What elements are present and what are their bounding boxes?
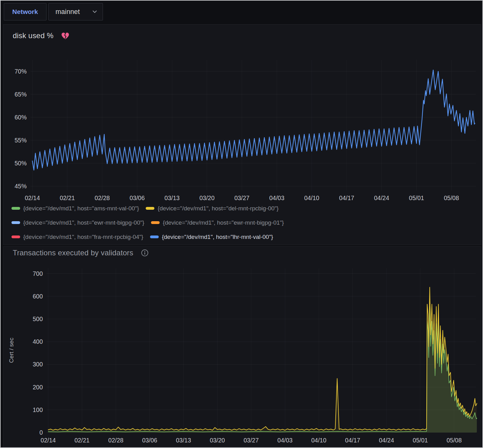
transactions-chart[interactable]: 02/1402/2102/2803/0603/1303/2003/2704/03… (3, 247, 481, 448)
panel-title-disk-used[interactable]: disk used % (13, 31, 54, 40)
broken-heart-icon (61, 32, 69, 40)
svg-text:05/01: 05/01 (409, 195, 424, 201)
svg-text:55%: 55% (15, 137, 27, 144)
grafana-dashboard: { "header": { "network_label": "Network"… (0, 0, 483, 448)
svg-text:65%: 65% (15, 91, 27, 98)
svg-text:400: 400 (33, 338, 43, 345)
svg-text:70%: 70% (15, 68, 27, 75)
svg-text:04/24: 04/24 (379, 437, 394, 444)
svg-text:0: 0 (39, 429, 43, 436)
svg-text:05/08: 05/08 (446, 437, 462, 444)
svg-text:03/13: 03/13 (165, 195, 180, 201)
svg-text:700: 700 (33, 270, 43, 277)
svg-text:04/03: 04/03 (277, 437, 293, 444)
legend-item[interactable]: {device="/dev/md1", host="ewr-mnt-bigpg-… (11, 218, 144, 227)
svg-text:600: 600 (33, 293, 43, 300)
legend-series-swatch (11, 207, 20, 210)
svg-text:04/10: 04/10 (311, 437, 326, 444)
svg-text:02/28: 02/28 (95, 195, 110, 201)
svg-text:02/21: 02/21 (74, 437, 90, 444)
svg-text:04/10: 04/10 (304, 195, 319, 201)
svg-text:04/03: 04/03 (269, 195, 285, 201)
svg-text:02/28: 02/28 (108, 437, 123, 444)
svg-text:05/01: 05/01 (413, 437, 428, 444)
legend-series-swatch (151, 221, 160, 224)
legend-item[interactable]: {device="/dev/md1", host="lhr-mnt-val-00… (150, 232, 273, 241)
svg-text:300: 300 (33, 361, 43, 368)
legend-series-swatch (150, 235, 159, 238)
legend-series-swatch (11, 235, 20, 238)
legend-series-label: {device="/dev/md1", host="lhr-mnt-val-00… (162, 234, 273, 240)
legend-series-label: {device="/dev/md1", host="ewr-mnt-bigpg-… (23, 219, 144, 226)
svg-text:03/06: 03/06 (142, 437, 157, 444)
legend-series-label: {device="/dev/md1", host="ams-mnt-val-00… (23, 205, 139, 212)
legend-series-label: {device="/dev/md1", host="fra-mnt-rpcbig… (23, 234, 143, 240)
svg-text:03/20: 03/20 (199, 195, 215, 201)
svg-text:04/17: 04/17 (345, 437, 360, 444)
network-variable-dropdown[interactable]: mainnet (48, 3, 103, 20)
legend-series-swatch (11, 221, 20, 224)
dashboard-header: Network mainnet (1, 1, 482, 24)
network-label: Network (12, 8, 38, 16)
svg-text:03/13: 03/13 (176, 437, 191, 444)
svg-text:02/14: 02/14 (41, 437, 56, 444)
svg-text:03/27: 03/27 (244, 437, 259, 444)
svg-text:04/24: 04/24 (374, 195, 389, 201)
disk-used-legend: {device="/dev/md1", host="ams-mnt-val-00… (11, 204, 414, 247)
svg-text:03/06: 03/06 (130, 195, 145, 201)
legend-item[interactable]: {device="/dev/md1", host="ams-mnt-val-00… (11, 204, 139, 213)
svg-text:200: 200 (33, 384, 43, 391)
svg-text:45%: 45% (15, 183, 27, 190)
svg-text:05/08: 05/08 (444, 195, 459, 201)
svg-text:500: 500 (33, 316, 43, 322)
legend-item[interactable]: {device="/dev/md1", host="fra-mnt-rpcbig… (11, 232, 143, 241)
network-value: mainnet (55, 8, 80, 16)
disk-used-chart[interactable]: 02/1402/2102/2803/0603/1303/2003/2704/03… (3, 25, 481, 203)
network-variable-label: Network (4, 3, 47, 20)
legend-series-label: {device="/dev/md1", host="ewr-mnt-bigpg-… (163, 219, 284, 226)
svg-text:03/20: 03/20 (210, 437, 225, 444)
info-circle-icon[interactable] (141, 249, 149, 257)
panel-disk-used: disk used % 02/1402/2102/2803/0603/1303/… (3, 24, 481, 245)
legend-series-label: {device="/dev/md1", host="del-mnt-rpcbig… (157, 205, 278, 212)
panel-transactions: Transactions executed by validators 02/1… (3, 246, 481, 448)
svg-text:04/17: 04/17 (339, 195, 354, 201)
legend-item[interactable]: {device="/dev/md1", host="ewr-mnt-bigpg-… (151, 218, 284, 227)
svg-text:50%: 50% (15, 160, 27, 167)
y-axis-label: Cert / sec (8, 338, 15, 363)
chevron-down-icon (92, 10, 97, 13)
svg-text:03/27: 03/27 (234, 195, 250, 201)
svg-text:02/14: 02/14 (25, 195, 40, 201)
svg-text:60%: 60% (15, 114, 27, 121)
legend-item[interactable]: {device="/dev/md1", host="del-mnt-rpcbig… (146, 204, 278, 213)
panel-title-transactions[interactable]: Transactions executed by validators (13, 249, 133, 257)
svg-text:100: 100 (33, 406, 43, 413)
legend-series-swatch (146, 207, 154, 210)
svg-text:02/21: 02/21 (60, 195, 75, 201)
